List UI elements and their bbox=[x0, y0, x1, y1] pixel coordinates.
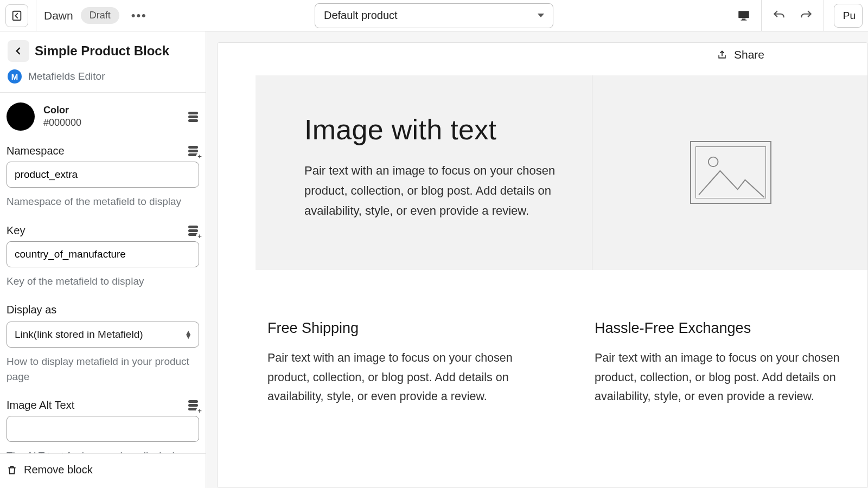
share-label: Share bbox=[734, 48, 764, 61]
select-arrows-icon: ▲▼ bbox=[184, 331, 192, 338]
share-button[interactable]: Share bbox=[717, 43, 867, 75]
redo-button[interactable] bbox=[794, 4, 818, 28]
image-placeholder bbox=[690, 141, 771, 204]
preview-area: Share Image with text Pair text with an … bbox=[206, 31, 868, 488]
svg-rect-3 bbox=[741, 20, 746, 20]
sidebar-title: Simple Product Block bbox=[35, 43, 169, 59]
chevron-down-icon bbox=[538, 14, 544, 17]
alt-text-label: Image Alt Text bbox=[7, 399, 74, 412]
exit-icon bbox=[11, 10, 23, 22]
svg-point-4 bbox=[708, 157, 718, 167]
color-label: Color bbox=[43, 105, 178, 116]
display-as-label: Display as bbox=[7, 304, 199, 316]
iwt-body: Pair text with an image to focus on your… bbox=[304, 161, 570, 221]
column-item: Hassle-Free Exchanges Pair text with an … bbox=[595, 320, 867, 407]
column-body: Pair text with an image to focus on your… bbox=[595, 349, 867, 407]
color-hex-value: #000000 bbox=[43, 117, 178, 129]
column-title: Free Shipping bbox=[267, 320, 540, 337]
iwt-title: Image with text bbox=[304, 113, 570, 146]
svg-rect-2 bbox=[742, 18, 746, 20]
namespace-label: Namespace bbox=[7, 145, 65, 157]
divider bbox=[36, 0, 36, 31]
display-as-help: How to display metafield in your product… bbox=[7, 354, 199, 384]
settings-sidebar: Simple Product Block M Metafields Editor… bbox=[0, 31, 206, 488]
dynamic-source-add-button[interactable] bbox=[187, 400, 199, 410]
key-help: Key of the metafield to display bbox=[7, 274, 199, 289]
trash-icon bbox=[7, 464, 17, 476]
share-icon bbox=[717, 49, 727, 60]
display-as-value: Link(link stored in Metafield) bbox=[15, 329, 143, 341]
preview-template-select[interactable]: Default product bbox=[315, 3, 553, 28]
key-label: Key bbox=[7, 224, 25, 237]
divider bbox=[761, 0, 762, 31]
undo-icon bbox=[772, 9, 786, 23]
alt-text-input[interactable] bbox=[7, 416, 199, 442]
column-body: Pair text with an image to focus on your… bbox=[267, 349, 540, 407]
dynamic-source-button[interactable] bbox=[187, 112, 199, 122]
dynamic-source-add-button[interactable] bbox=[187, 146, 199, 156]
key-input[interactable] bbox=[7, 241, 199, 267]
namespace-input[interactable] bbox=[7, 162, 199, 188]
image-with-text-section: Image with text Pair text with an image … bbox=[256, 75, 868, 270]
dynamic-source-add-button[interactable] bbox=[187, 226, 199, 236]
column-title: Hassle-Free Exchanges bbox=[595, 320, 867, 337]
divider bbox=[824, 0, 824, 31]
more-button[interactable]: ••• bbox=[129, 7, 149, 25]
chevron-left-icon bbox=[13, 46, 24, 56]
svg-rect-0 bbox=[13, 11, 21, 20]
back-button[interactable] bbox=[8, 40, 29, 62]
namespace-help: Namespace of the metafield to display bbox=[7, 194, 199, 209]
desktop-icon bbox=[737, 9, 751, 23]
remove-block-label: Remove block bbox=[24, 464, 93, 476]
publish-button[interactable]: Pu bbox=[834, 4, 863, 28]
preview-template-label: Default product bbox=[324, 9, 538, 22]
theme-name: Dawn bbox=[44, 9, 73, 22]
display-as-select[interactable]: Link(link stored in Metafield) ▲▼ bbox=[7, 322, 199, 348]
redo-icon bbox=[799, 9, 813, 23]
svg-rect-1 bbox=[738, 11, 749, 18]
picture-icon bbox=[696, 147, 765, 198]
remove-block-button[interactable]: Remove block bbox=[0, 453, 206, 488]
column-item: Free Shipping Pair text with an image to… bbox=[267, 320, 540, 407]
sidebar-subtitle: Metafields Editor bbox=[28, 70, 105, 82]
desktop-view-button[interactable] bbox=[732, 4, 756, 28]
status-badge: Draft bbox=[81, 7, 119, 24]
preview-page: Share Image with text Pair text with an … bbox=[217, 42, 868, 488]
alt-text-help: The ALT text for image when displaying a… bbox=[7, 448, 199, 453]
color-swatch[interactable] bbox=[7, 102, 35, 131]
multicolumn-section: Free Shipping Pair text with an image to… bbox=[256, 270, 867, 407]
undo-button[interactable] bbox=[767, 4, 791, 28]
publish-label: Pu bbox=[843, 10, 856, 22]
top-bar: Dawn Draft ••• Default product Pu bbox=[0, 0, 868, 31]
exit-button[interactable] bbox=[5, 4, 28, 27]
app-badge: M bbox=[8, 69, 22, 84]
